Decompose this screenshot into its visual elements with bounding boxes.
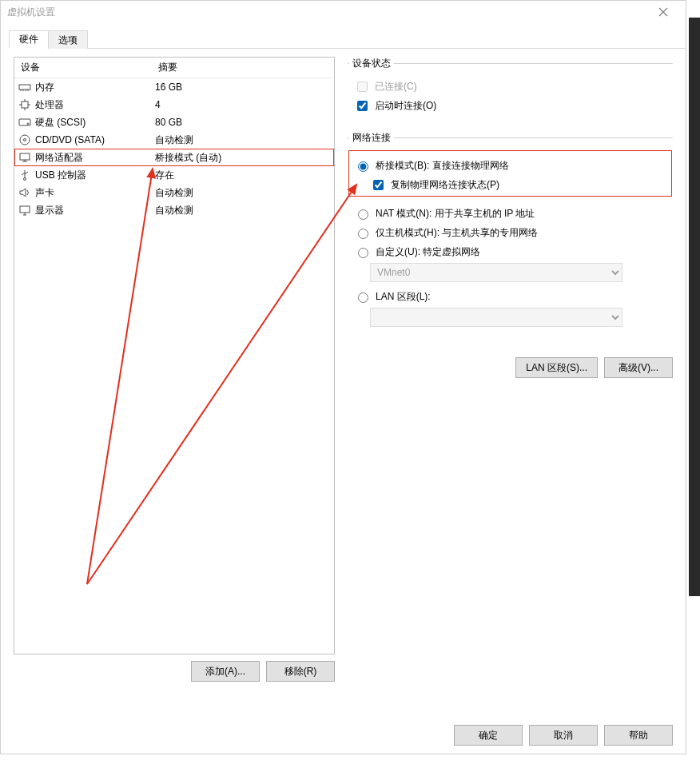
device-row-cpu[interactable]: 处理器 4 [14, 96, 334, 113]
connected-label: 已连接(C) [375, 80, 417, 94]
svg-marker-23 [20, 189, 26, 197]
hostonly-label[interactable]: 仅主机模式(H): 与主机共享的专用网络 [376, 226, 538, 240]
connect-at-power-checkbox[interactable] [357, 101, 368, 111]
dialog-body: 设备 摘要 内存 16 GB 处理器 4 硬盘 (SCSI) 80 [1, 49, 686, 698]
hostonly-radio[interactable] [358, 229, 368, 239]
connect-at-power-row: 启动时连接(O) [349, 96, 671, 115]
help-button[interactable]: 帮助 [604, 725, 673, 746]
right-buttons: LAN 区段(S)... 高级(V)... [348, 357, 673, 378]
vm-settings-window: 虚拟机设置 硬件 选项 设备 摘要 内存 16 GB [0, 0, 686, 754]
device-name: 显示器 [35, 204, 155, 217]
cd-icon [18, 133, 32, 147]
add-button[interactable]: 添加(A)... [191, 661, 260, 682]
svg-rect-16 [20, 153, 30, 160]
device-name: 内存 [35, 81, 155, 94]
tab-hardware[interactable]: 硬件 [9, 30, 49, 49]
device-summary: 桥接模式 (自动) [155, 151, 331, 165]
bridged-row: 桥接模式(B): 直接连接物理网络 [349, 156, 666, 175]
svg-line-21 [22, 173, 25, 175]
connected-row: 已连接(C) [349, 77, 671, 96]
close-icon [658, 7, 668, 17]
tab-strip: 硬件 选项 [9, 30, 686, 49]
hostonly-row: 仅主机模式(H): 与主机共享的专用网络 [349, 223, 671, 242]
replicate-row: 复制物理网络连接状态(P) [349, 175, 666, 194]
svg-rect-24 [20, 206, 30, 213]
device-status-group: 设备状态 已连接(C) 启动时连接(O) [348, 57, 673, 126]
device-row-sound[interactable]: 声卡 自动检测 [14, 184, 334, 201]
right-panel: 设备状态 已连接(C) 启动时连接(O) 网络连接 桥接模式(B): 直 [335, 57, 673, 698]
memory-icon [18, 80, 32, 94]
tab-options[interactable]: 选项 [48, 30, 88, 49]
replicate-checkbox[interactable] [373, 180, 384, 190]
ok-button[interactable]: 确定 [454, 725, 523, 746]
device-summary: 自动检测 [155, 186, 331, 200]
svg-line-22 [25, 172, 28, 174]
device-list[interactable]: 设备 摘要 内存 16 GB 处理器 4 硬盘 (SCSI) 80 [14, 57, 335, 655]
close-button[interactable] [647, 1, 679, 23]
nat-radio[interactable] [358, 209, 368, 220]
device-row-memory[interactable]: 内存 16 GB [14, 78, 334, 96]
bridged-label[interactable]: 桥接模式(B): 直接连接物理网络 [376, 159, 509, 173]
device-summary: 自动检测 [155, 204, 331, 217]
titlebar: 虚拟机设置 [1, 1, 686, 23]
usb-icon [18, 168, 32, 182]
left-panel: 设备 摘要 内存 16 GB 处理器 4 硬盘 (SCSI) 80 [14, 57, 335, 698]
connect-at-power-label[interactable]: 启动时连接(O) [375, 99, 436, 113]
device-summary: 16 GB [155, 82, 331, 93]
bottom-buttons: 确定 取消 帮助 [454, 725, 673, 746]
device-name: CD/DVD (SATA) [35, 134, 155, 145]
custom-label[interactable]: 自定义(U): 特定虚拟网络 [376, 245, 480, 259]
device-row-network[interactable]: 网络适配器 桥接模式 (自动) [14, 149, 334, 166]
advanced-button[interactable]: 高级(V)... [604, 357, 673, 378]
device-list-header: 设备 摘要 [14, 58, 334, 78]
custom-row: 自定义(U): 特定虚拟网络 [349, 242, 671, 261]
lanseg-radio[interactable] [358, 292, 368, 303]
device-name: 网络适配器 [35, 151, 155, 165]
disk-icon [18, 115, 32, 129]
device-summary: 4 [155, 99, 331, 110]
bridged-highlight-box: 桥接模式(B): 直接连接物理网络 复制物理网络连接状态(P) [349, 151, 671, 196]
lanseg-row: LAN 区段(L): [349, 287, 671, 306]
background-strip [689, 18, 700, 596]
device-summary: 80 GB [155, 117, 331, 128]
device-row-cd[interactable]: CD/DVD (SATA) 自动检测 [14, 131, 334, 149]
col-device: 设备 [21, 61, 158, 74]
device-name: USB 控制器 [35, 169, 155, 182]
svg-rect-7 [22, 101, 28, 108]
device-summary: 自动检测 [155, 133, 331, 147]
lan-segments-button[interactable]: LAN 区段(S)... [515, 357, 598, 378]
device-row-usb[interactable]: USB 控制器 存在 [14, 166, 334, 184]
svg-point-14 [20, 135, 30, 145]
device-name: 处理器 [35, 98, 155, 112]
device-status-legend: 设备状态 [349, 57, 394, 70]
left-buttons: 添加(A)... 移除(R) [14, 661, 335, 682]
svg-rect-2 [19, 85, 30, 90]
network-group: 网络连接 桥接模式(B): 直接连接物理网络 复制物理网络连接状态(P) [348, 131, 673, 343]
cancel-button[interactable]: 取消 [529, 725, 598, 746]
nat-label[interactable]: NAT 模式(N): 用于共享主机的 IP 地址 [376, 207, 535, 221]
sound-icon [18, 185, 32, 200]
svg-point-20 [24, 178, 26, 181]
device-summary: 存在 [155, 169, 331, 182]
custom-radio[interactable] [358, 248, 368, 258]
lanseg-select [370, 308, 622, 327]
svg-point-15 [24, 139, 26, 141]
network-icon [18, 150, 32, 165]
custom-vmnet-select: VMnet0 [370, 263, 622, 282]
device-row-display[interactable]: 显示器 自动检测 [14, 201, 334, 219]
device-row-disk[interactable]: 硬盘 (SCSI) 80 GB [14, 113, 334, 131]
network-legend: 网络连接 [349, 131, 394, 145]
replicate-label[interactable]: 复制物理网络连接状态(P) [391, 178, 499, 192]
bridged-radio[interactable] [358, 161, 368, 172]
connected-checkbox [357, 82, 368, 92]
nat-row: NAT 模式(N): 用于共享主机的 IP 地址 [349, 204, 671, 223]
cpu-icon [18, 97, 32, 112]
device-name: 声卡 [35, 186, 155, 200]
remove-button[interactable]: 移除(R) [266, 661, 335, 682]
lanseg-label[interactable]: LAN 区段(L): [376, 290, 431, 304]
col-summary: 摘要 [158, 61, 328, 74]
display-icon [18, 203, 32, 217]
device-name: 硬盘 (SCSI) [35, 116, 155, 129]
window-title: 虚拟机设置 [7, 6, 55, 19]
svg-point-13 [27, 123, 29, 125]
